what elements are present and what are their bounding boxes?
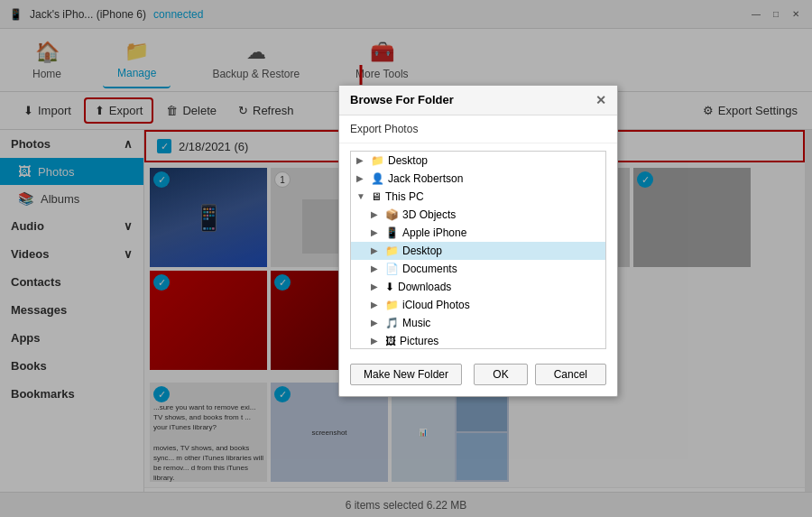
folder-icon: 📦	[385, 208, 399, 221]
tree-item-music[interactable]: ▶ 🎵 Music	[351, 314, 605, 332]
expand-icon: ▶	[371, 263, 382, 273]
modal-close-button[interactable]: ✕	[595, 93, 606, 107]
tree-item-documents[interactable]: ▶ 📄 Documents	[351, 260, 605, 278]
expand-icon: ▶	[371, 318, 382, 328]
tree-label: Downloads	[398, 281, 451, 293]
make-new-folder-button[interactable]: Make New Folder	[350, 364, 462, 385]
tree-label: Documents	[402, 263, 457, 275]
folder-icon: 🎵	[385, 317, 399, 329]
folder-tree[interactable]: ▶ 📁 Desktop ▶ 👤 Jack Robertson ▼ 🖥 This …	[350, 151, 606, 349]
modal-title: Browse For Folder	[350, 93, 454, 106]
tree-item-icloud[interactable]: ▶ 📁 iCloud Photos	[351, 296, 605, 314]
browse-folder-modal: Browse For Folder ✕ Export Photos ▶ 📁 De…	[338, 85, 618, 397]
expand-icon: ▶	[371, 336, 382, 346]
tree-label: Apple iPhone	[402, 226, 466, 239]
tree-label: Jack Robertson	[388, 172, 463, 185]
tree-item-jack[interactable]: ▶ 👤 Jack Robertson	[351, 170, 605, 188]
tree-item-desktop-child[interactable]: ▶ 📁 Desktop	[351, 242, 605, 260]
tree-label: Pictures	[400, 335, 438, 347]
tree-item-pictures[interactable]: ▶ 🖼 Pictures	[351, 332, 605, 349]
modal-footer-right: OK Cancel	[474, 364, 606, 385]
expand-icon: ▶	[371, 227, 382, 237]
tree-item-thispc[interactable]: ▼ 🖥 This PC	[351, 188, 605, 206]
tree-label: Desktop	[402, 245, 442, 257]
expand-icon: ▼	[356, 191, 367, 201]
folder-icon: 📄	[385, 263, 399, 275]
tree-label: 3D Objects	[402, 208, 456, 221]
expand-icon: ▶	[356, 173, 367, 183]
person-icon: 👤	[371, 172, 384, 185]
tree-item-apple-iphone[interactable]: ▶ 📱 Apple iPhone	[351, 224, 605, 242]
tree-item-desktop-top[interactable]: ▶ 📁 Desktop	[351, 152, 605, 170]
modal-header: Browse For Folder ✕	[339, 86, 617, 115]
folder-icon: 📁	[385, 245, 399, 257]
expand-icon: ▶	[371, 300, 382, 309]
folder-icon: 📁	[371, 154, 384, 167]
folder-icon: 🖼	[385, 335, 396, 347]
ok-button[interactable]: OK	[474, 364, 527, 385]
phone-icon: 📱	[385, 226, 399, 239]
expand-icon: ▶	[371, 209, 382, 219]
expand-icon: ▶	[371, 282, 382, 291]
cancel-button[interactable]: Cancel	[535, 364, 606, 385]
folder-icon: 📁	[385, 299, 399, 311]
modal-overlay: Browse For Folder ✕ Export Photos ▶ 📁 De…	[0, 0, 812, 517]
folder-icon: ⬇	[385, 281, 394, 293]
tree-label: This PC	[385, 190, 424, 203]
tree-item-3dobjects[interactable]: ▶ 📦 3D Objects	[351, 206, 605, 224]
tree-label: Music	[402, 317, 430, 329]
computer-icon: 🖥	[371, 190, 382, 203]
expand-icon: ▶	[371, 245, 382, 255]
tree-label: iCloud Photos	[402, 299, 470, 311]
tree-label: Desktop	[388, 154, 428, 167]
modal-footer: Make New Folder OK Cancel	[339, 356, 617, 396]
tree-item-downloads[interactable]: ▶ ⬇ Downloads	[351, 278, 605, 296]
expand-icon: ▶	[356, 155, 367, 165]
modal-subtitle: Export Photos	[339, 115, 617, 143]
